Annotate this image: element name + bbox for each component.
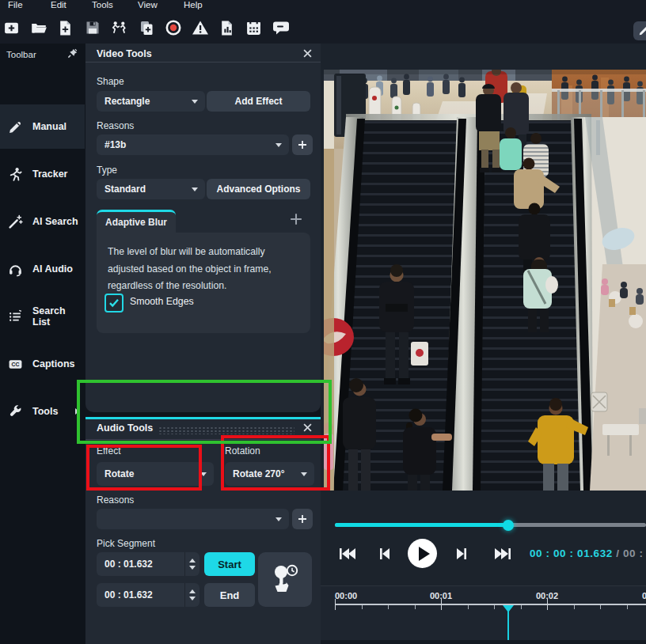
type-dropdown[interactable]: Standard: [97, 179, 205, 199]
report-icon[interactable]: [218, 17, 236, 38]
smooth-edges-checkbox[interactable]: [104, 294, 124, 313]
seek-handle[interactable]: [503, 520, 514, 531]
sidebar-item-captions[interactable]: CC Captions: [0, 342, 85, 386]
timeline[interactable]: 00:00 00:01 00:02 00:03: [321, 585, 646, 644]
menu-file[interactable]: File: [8, 0, 23, 9]
chat-icon[interactable]: [272, 17, 290, 38]
paste-effect-icon[interactable]: [137, 17, 155, 38]
reasons-label: Reasons: [97, 120, 134, 131]
type-label: Type: [97, 165, 117, 176]
previous-frame-button[interactable]: [373, 542, 397, 566]
timeline-bottom-strip: [321, 640, 646, 644]
play-button[interactable]: [408, 539, 437, 568]
open-file-icon[interactable]: [29, 17, 48, 38]
blur-description: The level of blur will be automatically …: [108, 244, 299, 295]
sidebar-item-manual[interactable]: Manual: [0, 104, 85, 149]
sidebar-header: Toolbar: [6, 50, 36, 59]
add-file-icon[interactable]: [56, 17, 74, 38]
total-time: / 00 : 0: [616, 547, 646, 559]
close-icon[interactable]: [303, 423, 312, 432]
start-time-input[interactable]: 00 : 01.632: [97, 552, 200, 576]
sidebar-item-ai-search[interactable]: AI Search: [0, 199, 85, 244]
calendar-icon[interactable]: [245, 17, 263, 38]
submenu-arrow-icon: [75, 408, 79, 415]
sidebar-item-label: AI Audio: [32, 263, 73, 275]
seek-bar[interactable]: [335, 523, 646, 527]
sidebar-item-label: Captions: [32, 358, 74, 369]
svg-text:CC: CC: [12, 362, 20, 367]
new-project-icon[interactable]: [2, 17, 21, 38]
chevron-down-icon: [192, 188, 198, 191]
reasons-label: Reasons: [97, 494, 134, 506]
cc-icon: CC: [8, 357, 23, 372]
sidebar-item-ai-audio[interactable]: AI Audio: [0, 247, 85, 291]
reasons-dropdown[interactable]: #13b: [97, 134, 289, 155]
end-time-input[interactable]: 00 : 01.632: [97, 583, 200, 607]
record-icon[interactable]: [164, 17, 182, 38]
chevron-down-icon: [200, 472, 207, 476]
close-icon[interactable]: [303, 49, 312, 58]
end-button[interactable]: End: [204, 583, 255, 607]
timeline-ruler[interactable]: [321, 586, 646, 644]
add-tab-button[interactable]: [290, 213, 302, 225]
headset-icon: [8, 262, 23, 277]
start-button[interactable]: Start: [204, 552, 255, 576]
menu-help[interactable]: Help: [184, 0, 203, 9]
time-stepper[interactable]: [184, 552, 200, 576]
playhead-line: [507, 611, 509, 644]
panel-title: Audio Tools: [97, 422, 153, 434]
time-stepper[interactable]: [184, 583, 200, 607]
magic-wand-icon: [8, 214, 23, 229]
pick-segment-label: Pick Segment: [97, 538, 155, 549]
pencil-icon: [638, 25, 646, 36]
skip-to-start-button[interactable]: [336, 542, 359, 566]
add-effect-button[interactable]: Add Effect: [207, 91, 310, 112]
pick-segment-button[interactable]: [258, 552, 312, 607]
motion-tracking-icon[interactable]: [110, 17, 128, 38]
wrench-icon: [8, 404, 23, 419]
adaptive-blur-content: The level of blur will be automatically …: [97, 233, 310, 333]
sidebar: Toolbar Manual Tracker AI Search AI Audi…: [0, 44, 85, 644]
chevron-down-icon: [192, 100, 198, 104]
unpin-icon[interactable]: [67, 48, 78, 59]
skip-to-end-button[interactable]: [491, 542, 515, 566]
add-reason-button[interactable]: [292, 509, 313, 529]
sidebar-item-search-list[interactable]: Search List: [0, 294, 85, 339]
chevron-down-icon: [301, 472, 307, 476]
divider: [86, 62, 321, 63]
shape-dropdown[interactable]: Rectangle: [97, 91, 205, 112]
drag-handle-texture[interactable]: [158, 426, 294, 434]
sidebar-item-tools[interactable]: Tools: [0, 389, 85, 434]
sidebar-item-label: Search List: [32, 305, 85, 328]
runner-icon: [8, 167, 23, 182]
top-bar: File Edit Tools View Help: [0, 0, 646, 44]
sidebar-item-label: AI Search: [32, 216, 78, 227]
chevron-down-icon: [276, 143, 282, 147]
warning-icon[interactable]: [191, 17, 209, 38]
menu-tools[interactable]: Tools: [92, 0, 113, 9]
tap-clock-icon: [269, 563, 301, 597]
next-frame-button[interactable]: [450, 542, 473, 566]
menu-view[interactable]: View: [138, 0, 158, 9]
video-tools-panel: Video Tools Shape Rectangle Add Effect R…: [86, 44, 321, 412]
add-reason-button[interactable]: [292, 134, 313, 155]
advanced-options-button[interactable]: Advanced Options: [207, 179, 310, 199]
save-icon[interactable]: [83, 17, 101, 38]
divider: [86, 439, 321, 440]
app-window: File Edit Tools View Help: [0, 0, 646, 644]
rotation-dropdown[interactable]: Rotate 270°: [225, 462, 314, 486]
seek-fill: [335, 523, 508, 527]
reasons-dropdown[interactable]: [97, 509, 289, 529]
sidebar-item-label: Tools: [32, 406, 58, 417]
stage: 00 : 00 : 01.632 / 00 : 0 00:00 00:01 00…: [321, 44, 646, 644]
pencil-icon: [8, 119, 23, 134]
sidebar-item-tracker[interactable]: Tracker: [0, 152, 85, 196]
effect-dropdown[interactable]: Rotate: [97, 462, 214, 486]
tab-adaptive-blur[interactable]: Adaptive Blur: [97, 210, 176, 233]
list-icon: [8, 309, 23, 324]
menu-edit[interactable]: Edit: [51, 0, 66, 9]
video-preview: [324, 70, 646, 491]
panel-title: Video Tools: [97, 48, 152, 59]
annotate-pencil-button[interactable]: [633, 21, 646, 40]
shape-label: Shape: [97, 76, 124, 87]
